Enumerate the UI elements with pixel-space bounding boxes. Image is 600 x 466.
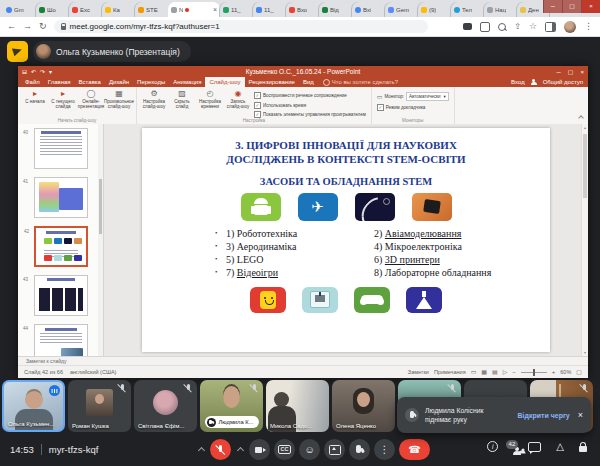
slide-thumbnail-40[interactable]: 40 xyxy=(34,128,88,169)
tab-close-icon[interactable]: × xyxy=(213,6,217,13)
collapse-ribbon-icon[interactable] xyxy=(578,114,584,120)
browser-tab[interactable]: Exc xyxy=(69,2,102,17)
sign-in-button[interactable]: Вход xyxy=(511,79,525,85)
translate-icon[interactable] xyxy=(480,22,490,32)
browser-tab-active-meet[interactable]: N× xyxy=(168,2,220,17)
sidebar-icon[interactable] xyxy=(545,22,556,32)
share-icon[interactable]: ⇪ xyxy=(514,23,521,31)
browser-tab[interactable]: (9) xyxy=(418,2,451,17)
zoom-level[interactable]: 60% xyxy=(560,369,571,375)
mic-toggle-button-muted[interactable] xyxy=(210,439,231,460)
activities-button[interactable]: △ xyxy=(556,442,564,452)
save-icon[interactable]: ⊟ xyxy=(22,69,27,75)
address-bar[interactable]: meet.google.com/myr-tfzs-kqf?authuser=1 xyxy=(54,20,428,33)
raise-hand-button[interactable] xyxy=(349,439,370,460)
normal-view-icon[interactable]: ▭ xyxy=(471,369,477,375)
browser-tab[interactable]: Вхо xyxy=(286,2,319,17)
mic-options-chevron[interactable] xyxy=(196,439,206,460)
tab-design[interactable]: Дизайн xyxy=(105,77,133,87)
slideshow-view-icon[interactable]: ▷ xyxy=(503,369,508,375)
tab-review[interactable]: Рецензирование xyxy=(245,77,299,87)
slide-thumbnail-44[interactable]: 44 xyxy=(34,324,88,356)
tab-insert[interactable]: Вставка xyxy=(75,77,105,87)
canvas-scrollbar[interactable]: ▴ ▾ xyxy=(581,124,588,356)
browser-tab[interactable]: Ка xyxy=(102,2,135,17)
tab-slideshow[interactable]: Слайд-шоу xyxy=(205,77,244,87)
checkbox-play-narrations[interactable]: ✓Воспроизвести речевое сопровождение xyxy=(254,92,366,99)
slide-thumbnail-42-selected[interactable]: 42 xyxy=(34,226,88,267)
slide-sorter-view-icon[interactable]: ▦ xyxy=(481,369,487,375)
bookmark-star-icon[interactable]: ☆ xyxy=(529,22,537,31)
monitor-dropdown[interactable]: Автоматически▾ xyxy=(406,92,449,101)
open-queue-button[interactable]: Відкрити чергу xyxy=(517,412,569,419)
chat-panel-button[interactable] xyxy=(528,442,541,452)
participant-tile[interactable]: Світлана Єфім... xyxy=(134,380,197,432)
zoom-slider-thumb[interactable] xyxy=(533,369,536,376)
present-online-button[interactable]: ◯Онлайн-презентация xyxy=(77,89,105,109)
browser-tab[interactable]: Gem xyxy=(385,2,418,17)
browser-tab[interactable]: Тел xyxy=(451,2,484,17)
checkbox-show-media-controls[interactable]: ✓Показать элементы управления проигрыват… xyxy=(254,111,366,118)
zoom-slider[interactable] xyxy=(521,372,547,373)
from-current-slide-button[interactable]: ▸С текущего слайда xyxy=(49,89,77,109)
camera-toggle-button-off[interactable] xyxy=(249,439,270,460)
notes-pane[interactable]: Заметки к слайду xyxy=(18,356,588,365)
share-button[interactable]: Общий доступ xyxy=(543,79,583,85)
reload-button[interactable]: ↻ xyxy=(39,22,47,31)
leave-call-button[interactable]: ☎ xyxy=(399,439,430,460)
scroll-up-icon[interactable]: ▴ xyxy=(582,125,588,130)
participant-tile-hand-raised[interactable]: Людмила К... xyxy=(200,380,263,432)
participant-tile[interactable]: Роман Кушка xyxy=(68,380,131,432)
browser-tab[interactable]: 11_ xyxy=(220,2,253,17)
from-beginning-button[interactable]: ▸С начала xyxy=(21,89,49,104)
toast-close-icon[interactable]: × xyxy=(578,410,583,420)
profile-avatar[interactable] xyxy=(564,21,576,33)
back-button[interactable]: ← xyxy=(7,22,16,31)
media-control-icon[interactable] xyxy=(463,23,472,30)
slide-thumbnail-43[interactable]: 43 xyxy=(34,275,88,316)
browser-tab[interactable]: Шо xyxy=(36,2,69,17)
present-screen-button[interactable] xyxy=(324,439,345,460)
checkbox-use-timings[interactable]: ✓Использовать время xyxy=(254,102,366,109)
record-slideshow-button[interactable]: ◉Запись слайд-шоу xyxy=(224,89,252,109)
thumbnail-scrollbar[interactable] xyxy=(98,124,103,356)
zoom-out-icon[interactable]: − xyxy=(512,369,516,375)
language-status[interactable]: английский (США) xyxy=(70,369,117,375)
redo-icon[interactable]: ↷ xyxy=(40,69,45,75)
rehearse-timings-button[interactable]: ◴Настройка времени xyxy=(196,89,224,109)
forward-button[interactable]: → xyxy=(23,22,32,31)
search-icon[interactable] xyxy=(498,23,506,31)
comments-toggle-button[interactable]: Примечания xyxy=(434,369,466,375)
notes-toggle-button[interactable]: Заметки xyxy=(408,369,429,375)
browser-tab[interactable]: Вхі xyxy=(352,2,385,17)
ppt-minimize-button[interactable]: ─ xyxy=(557,69,561,75)
camera-options-chevron[interactable] xyxy=(235,439,245,460)
tab-view[interactable]: Вид xyxy=(299,77,318,87)
undo-icon[interactable]: ↶ xyxy=(31,69,36,75)
ppt-restore-button[interactable]: ▢ xyxy=(568,69,574,75)
maximize-button[interactable]: ▢ xyxy=(562,0,581,13)
reactions-button[interactable]: ☺ xyxy=(299,439,320,460)
browser-tab[interactable]: Gm xyxy=(3,2,36,17)
tab-file[interactable]: Файл xyxy=(21,77,44,87)
custom-slideshow-button[interactable]: ▦Произвольное слайд-шоу xyxy=(105,89,133,109)
browser-tab[interactable]: 11_ xyxy=(253,2,286,17)
browser-tab[interactable]: Від xyxy=(319,2,352,17)
fit-to-window-icon[interactable]: ▢ xyxy=(576,369,582,375)
hide-slide-button[interactable]: ▨Скрыть слайд xyxy=(168,89,196,109)
participant-tile[interactable]: Олена Яценко xyxy=(332,380,395,432)
tell-me-box[interactable]: Что вы хотите сделать? xyxy=(323,79,398,86)
browser-tab[interactable]: STE xyxy=(135,2,168,17)
minimize-button[interactable]: ─ xyxy=(543,0,562,13)
captions-button[interactable]: CC xyxy=(274,439,295,460)
tab-home[interactable]: Главная xyxy=(44,77,75,87)
ppt-close-button[interactable]: × xyxy=(580,69,584,75)
checkbox-presenter-view[interactable]: ✓Режим докладчика xyxy=(377,104,449,111)
scroll-down-icon[interactable]: ▾ xyxy=(582,350,588,355)
browser-tab[interactable]: Нац xyxy=(484,2,517,17)
more-options-button[interactable]: ⋮ xyxy=(374,439,395,460)
slide-thumbnail-41[interactable]: 41 xyxy=(34,177,88,218)
close-button[interactable]: × xyxy=(581,0,600,13)
meeting-details-button[interactable]: i xyxy=(487,441,498,452)
participant-tile-active-speaker[interactable]: Ольга Кузьмен... xyxy=(2,380,65,432)
